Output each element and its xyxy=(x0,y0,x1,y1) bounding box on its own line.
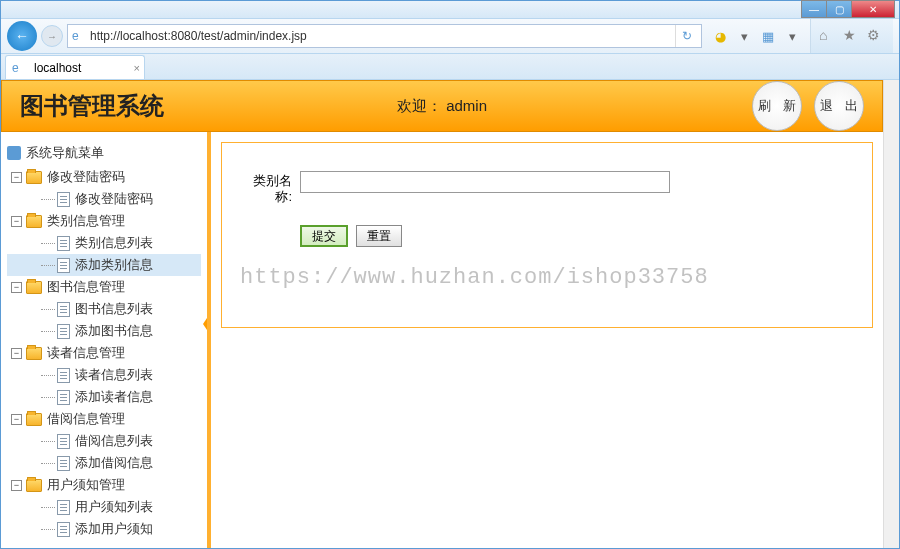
nav-item[interactable]: 添加读者信息 xyxy=(7,386,201,408)
category-name-input[interactable] xyxy=(300,171,670,193)
vertical-scrollbar[interactable] xyxy=(883,80,899,548)
nav-item[interactable]: 读者信息列表 xyxy=(7,364,201,386)
app-main: 系统导航菜单 −修改登陆密码修改登陆密码−类别信息管理类别信息列表添加类别信息−… xyxy=(1,132,883,548)
tree-collapse-icon[interactable]: − xyxy=(11,414,22,425)
refresh-button[interactable]: 刷 新 xyxy=(752,81,802,131)
folder-icon xyxy=(26,347,42,360)
tab-favicon: e xyxy=(12,61,26,75)
url-text: http://localhost:8080/test/admin/index.j… xyxy=(90,29,675,43)
tab-title: localhost xyxy=(34,61,81,75)
folder-icon xyxy=(26,479,42,492)
tree-collapse-icon[interactable]: − xyxy=(11,348,22,359)
page-icon xyxy=(57,434,70,449)
logout-button[interactable]: 退 出 xyxy=(814,81,864,131)
address-bar[interactable]: e http://localhost:8080/test/admin/index… xyxy=(67,24,702,48)
folder-icon xyxy=(26,215,42,228)
page-icon xyxy=(57,192,70,207)
folder-icon xyxy=(26,413,42,426)
nav-item[interactable]: 添加图书信息 xyxy=(7,320,201,342)
url-refresh-icon[interactable]: ↻ xyxy=(675,25,697,47)
nav-forward-button[interactable]: → xyxy=(41,25,63,47)
nav-item[interactable]: 添加类别信息 xyxy=(7,254,201,276)
nav-item[interactable]: 修改登陆密码 xyxy=(7,188,201,210)
tab-close-icon[interactable]: × xyxy=(134,62,140,74)
reset-button[interactable]: 重置 xyxy=(356,225,402,247)
page-content: 图书管理系统 欢迎： admin 刷 新 退 出 xyxy=(1,80,899,548)
page-icon xyxy=(57,258,70,273)
window-controls: — ▢ ✕ xyxy=(802,0,895,18)
nav-group[interactable]: −类别信息管理 xyxy=(7,210,201,232)
nav-group[interactable]: −修改登陆密码 xyxy=(7,166,201,188)
form-panel: 类别名称: 提交 重置 xyxy=(221,142,873,328)
nav-item[interactable]: 类别信息列表 xyxy=(7,232,201,254)
app-title: 图书管理系统 xyxy=(20,90,164,122)
nav-group[interactable]: −用户须知管理 xyxy=(7,474,201,496)
browser-tabbar: e localhost × xyxy=(1,54,899,80)
page-icon xyxy=(57,324,70,339)
window-maximize-button[interactable]: ▢ xyxy=(826,0,852,18)
folder-icon xyxy=(26,281,42,294)
nav-group[interactable]: −读者信息管理 xyxy=(7,342,201,364)
nav-item[interactable]: 图书信息列表 xyxy=(7,298,201,320)
nav-group[interactable]: −借阅信息管理 xyxy=(7,408,201,430)
browser-window: — ▢ ✕ ← → e http://localhost:8080/test/a… xyxy=(0,0,900,549)
nav-item[interactable]: 借阅信息列表 xyxy=(7,430,201,452)
sidebar-collapse-handle[interactable] xyxy=(203,312,211,336)
window-titlebar: — ▢ ✕ xyxy=(1,1,899,19)
nav-root[interactable]: 系统导航菜单 xyxy=(7,142,201,164)
content-area: 类别名称: 提交 重置 xyxy=(211,132,883,548)
nav-group[interactable]: −图书信息管理 xyxy=(7,276,201,298)
nav-item[interactable]: 用户须知列表 xyxy=(7,496,201,518)
browser-navbar: ← → e http://localhost:8080/test/admin/i… xyxy=(1,19,899,54)
nav-root-icon xyxy=(7,146,21,160)
tree-collapse-icon[interactable]: − xyxy=(11,172,22,183)
window-minimize-button[interactable]: — xyxy=(801,0,827,18)
category-name-label: 类别名称: xyxy=(240,171,292,205)
app-header: 图书管理系统 欢迎： admin 刷 新 退 出 xyxy=(1,80,883,132)
welcome-text: 欢迎： admin xyxy=(397,97,487,116)
nav-item[interactable]: 添加借阅信息 xyxy=(7,452,201,474)
nav-item[interactable]: 添加用户须知 xyxy=(7,518,201,540)
nav-back-button[interactable]: ← xyxy=(7,21,37,51)
submit-button[interactable]: 提交 xyxy=(300,225,348,247)
favorites-icon[interactable]: ★ xyxy=(843,27,861,45)
page-icon xyxy=(57,302,70,317)
page-icon xyxy=(57,456,70,471)
window-close-button[interactable]: ✕ xyxy=(851,0,895,18)
tree-collapse-icon[interactable]: − xyxy=(11,216,22,227)
page-icon xyxy=(57,368,70,383)
ie-icon: e xyxy=(72,29,86,43)
folder-icon xyxy=(26,171,42,184)
security-icon[interactable]: ▦ xyxy=(760,28,776,44)
page-icon xyxy=(57,500,70,515)
tools-icon[interactable]: ▾ xyxy=(784,28,800,44)
sidebar-nav: 系统导航菜单 −修改登陆密码修改登陆密码−类别信息管理类别信息列表添加类别信息−… xyxy=(1,132,211,548)
dropdown-icon[interactable]: ▾ xyxy=(736,28,752,44)
home-icon[interactable]: ⌂ xyxy=(819,27,837,45)
tree-collapse-icon[interactable]: − xyxy=(11,480,22,491)
app-frame: 图书管理系统 欢迎： admin 刷 新 退 出 xyxy=(1,80,883,548)
settings-gear-icon[interactable]: ⚙ xyxy=(867,27,885,45)
tree-collapse-icon[interactable]: − xyxy=(11,282,22,293)
toolbar-icons: ◕ ▾ ▦ ▾ xyxy=(706,28,806,44)
page-icon xyxy=(57,522,70,537)
page-icon xyxy=(57,390,70,405)
browser-extra-icons: ⌂ ★ ⚙ xyxy=(810,19,893,53)
page-icon xyxy=(57,236,70,251)
browser-tab[interactable]: e localhost × xyxy=(5,55,145,79)
compat-icon[interactable]: ◕ xyxy=(712,28,728,44)
